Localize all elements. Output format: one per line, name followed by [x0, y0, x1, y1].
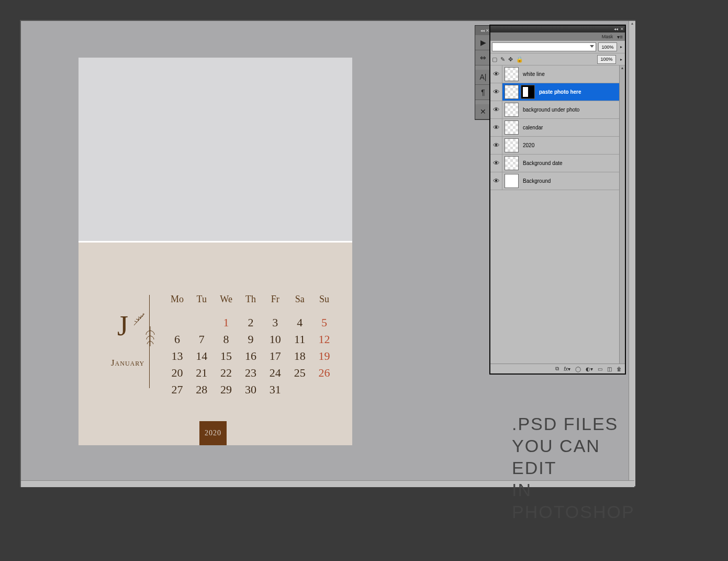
- layer-visibility-icon[interactable]: 👁: [490, 65, 502, 83]
- vertical-divider: [149, 295, 150, 388]
- calendar-day: [312, 381, 337, 398]
- layer-mask-thumbnail[interactable]: [521, 85, 535, 99]
- layer-name[interactable]: white line: [523, 71, 545, 77]
- lock-all-icon[interactable]: 🔒: [516, 56, 523, 63]
- caption-line: YOU CAN EDIT: [512, 435, 635, 479]
- calendar-day: 24: [263, 365, 287, 381]
- toolbox-button[interactable]: ✕: [475, 104, 491, 119]
- calendar-day: 11: [287, 331, 312, 348]
- day-header: Fr: [263, 290, 287, 314]
- calendar-day: 13: [165, 348, 189, 365]
- layer-thumbnail[interactable]: [505, 174, 519, 188]
- new-layer-icon[interactable]: ◫: [607, 366, 612, 372]
- layer-visibility-icon[interactable]: 👁: [490, 155, 502, 172]
- month-initial: J: [117, 310, 127, 342]
- calendar-day: 10: [263, 331, 287, 348]
- toolbox-button[interactable]: ¶: [475, 85, 491, 100]
- delete-layer-icon[interactable]: 🗑: [617, 366, 622, 372]
- calendar-day: [287, 381, 312, 398]
- opacity-flyout-icon[interactable]: ▸: [619, 45, 623, 49]
- layer-thumbnail[interactable]: [505, 138, 519, 152]
- layers-panel[interactable]: ◂◂✕ Mask ▾≡ 100% ▸ ▢ ✎ ✥ 🔒 100% ▸ 👁white…: [490, 25, 625, 374]
- leaf-ornament-icon: [133, 311, 149, 326]
- calendar-day: 29: [214, 381, 239, 398]
- layer-thumbnail[interactable]: [505, 85, 519, 99]
- calendar-day: 19: [312, 348, 337, 365]
- panel-tab-mask[interactable]: Mask: [602, 34, 613, 39]
- calendar-day: 21: [189, 365, 214, 381]
- layer-visibility-icon[interactable]: 👁: [490, 83, 502, 101]
- lock-brush-icon[interactable]: ✎: [500, 56, 505, 63]
- layer-row[interactable]: 👁Background: [490, 172, 625, 190]
- month-heading-block: J January: [79, 243, 157, 452]
- calendar-day: 25: [287, 365, 312, 381]
- calendar-day: 7: [189, 331, 214, 348]
- fill-flyout-icon[interactable]: ▸: [619, 57, 623, 62]
- panel-titlebar[interactable]: ◂◂✕: [490, 26, 625, 32]
- panel-menu-icon[interactable]: ▾≡: [617, 34, 623, 40]
- layer-name[interactable]: Background: [523, 178, 551, 184]
- layer-visibility-icon[interactable]: 👁: [490, 101, 502, 118]
- calendar-card: J January MoTuWeThFrSaSu 123456789101112…: [79, 58, 352, 445]
- calendar-day: 16: [239, 348, 263, 365]
- calendar-day: [165, 314, 189, 331]
- calendar-day: 6: [165, 331, 189, 348]
- layer-row[interactable]: 👁paste photo here: [490, 83, 625, 101]
- calendar-day: 2: [239, 314, 263, 331]
- layer-thumbnail[interactable]: [505, 67, 519, 81]
- layer-visibility-icon[interactable]: 👁: [490, 119, 502, 136]
- fill-field[interactable]: 100%: [597, 55, 616, 64]
- layer-row[interactable]: 👁Background date: [490, 155, 625, 172]
- layer-row[interactable]: 👁calendar: [490, 119, 625, 137]
- opacity-field[interactable]: 100%: [598, 42, 617, 51]
- toolbox-button[interactable]: A|: [475, 70, 491, 85]
- day-header: Tu: [189, 290, 214, 314]
- vertical-toolbox[interactable]: ◂◂✕ ▶⇔A|¶✕: [475, 25, 491, 120]
- layers-panel-footer[interactable]: ⧉ fx▾ ◯ ◐▾ ▭ ◫ 🗑: [490, 364, 625, 373]
- calendar-day: 1: [214, 314, 239, 331]
- calendar-day: [189, 314, 214, 331]
- calendar-day: 8: [214, 331, 239, 348]
- month-name: January: [111, 358, 144, 368]
- day-header: We: [214, 290, 239, 314]
- layer-name[interactable]: 2020: [523, 142, 534, 148]
- layer-mask-icon[interactable]: ◯: [575, 366, 581, 372]
- layer-row[interactable]: 👁2020: [490, 137, 625, 155]
- layers-scrollbar[interactable]: ▴: [619, 65, 625, 364]
- toolbox-collapse-bar[interactable]: ◂◂✕: [475, 26, 491, 35]
- lock-position-icon[interactable]: ✥: [508, 56, 513, 63]
- layer-thumbnail[interactable]: [505, 103, 519, 117]
- layer-thumbnail[interactable]: [505, 120, 519, 135]
- layer-name[interactable]: calendar: [523, 125, 543, 130]
- calendar-day: 3: [263, 314, 287, 331]
- toolbox-button[interactable]: ⇔: [475, 50, 491, 65]
- layer-visibility-icon[interactable]: 👁: [490, 172, 502, 190]
- day-header: Su: [312, 290, 337, 314]
- day-header: Th: [239, 290, 263, 314]
- adjustment-layer-icon[interactable]: ◐▾: [586, 366, 593, 372]
- layer-name[interactable]: paste photo here: [539, 89, 581, 95]
- lock-pixels-icon[interactable]: ▢: [492, 56, 497, 63]
- panel-tabbar[interactable]: Mask ▾≡: [490, 32, 625, 41]
- calendar-day: 15: [214, 348, 239, 365]
- layer-row[interactable]: 👁background under photo: [490, 101, 625, 119]
- layer-group-icon[interactable]: ▭: [598, 366, 602, 372]
- layer-fx-icon[interactable]: fx▾: [564, 366, 570, 372]
- layer-list[interactable]: 👁white line👁paste photo here👁background …: [490, 65, 625, 364]
- calendar-day: 14: [189, 348, 214, 365]
- calendar-day: 31: [263, 381, 287, 398]
- calendar-day: 18: [287, 348, 312, 365]
- calendar-day: 23: [239, 365, 263, 381]
- caption-line: .PSD FILES: [512, 413, 635, 435]
- day-header: Mo: [165, 290, 189, 314]
- blend-mode-dropdown[interactable]: [492, 42, 596, 51]
- layer-visibility-icon[interactable]: 👁: [490, 137, 502, 154]
- toolbox-button[interactable]: ▶: [475, 35, 491, 50]
- promo-caption: .PSD FILES YOU CAN EDIT IN PHOTOSHOP: [512, 413, 635, 523]
- link-layers-icon[interactable]: ⧉: [555, 366, 559, 372]
- calendar-day: 27: [165, 381, 189, 398]
- layer-name[interactable]: background under photo: [523, 107, 579, 113]
- layer-row[interactable]: 👁white line: [490, 65, 625, 83]
- layer-name[interactable]: Background date: [523, 160, 563, 166]
- layer-thumbnail[interactable]: [505, 156, 519, 170]
